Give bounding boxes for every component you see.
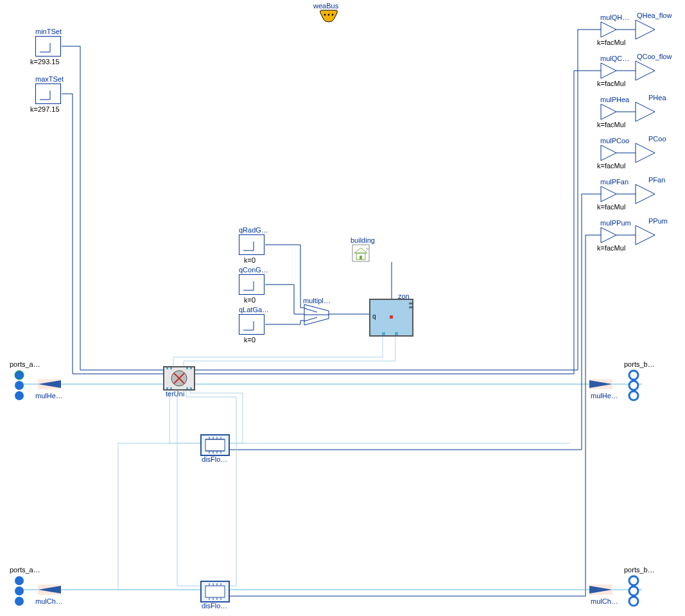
qConG-label: qConG… xyxy=(239,266,268,274)
multiplex-block[interactable] xyxy=(304,304,329,325)
PPum-out-label: PPum xyxy=(648,217,668,225)
zon-block[interactable]: q xyxy=(369,299,413,337)
svg-rect-38 xyxy=(205,439,225,451)
svg-point-50 xyxy=(629,586,638,595)
svg-rect-31 xyxy=(170,367,172,369)
ports-a2-label: ports_a… xyxy=(10,566,40,574)
svg-point-47 xyxy=(15,586,24,595)
ports-b1-label: ports_b… xyxy=(624,360,655,368)
mulPHea-k: k=facMul xyxy=(597,121,625,128)
multiplex-label: multipl… xyxy=(303,297,331,304)
mulQH-label: mulQH… xyxy=(600,13,629,21)
svg-rect-35 xyxy=(170,387,172,389)
disFloHea-block[interactable] xyxy=(200,434,230,456)
svg-rect-23 xyxy=(409,303,412,304)
mulPCoo-label: mulPCoo xyxy=(600,137,629,145)
svg-point-49 xyxy=(629,576,638,585)
qLatGa-label: qLatGa… xyxy=(239,306,269,313)
disFloCoo-label: disFlo… xyxy=(202,602,227,610)
svg-point-42 xyxy=(15,391,24,400)
svg-rect-21 xyxy=(360,256,362,260)
svg-rect-39 xyxy=(205,586,225,597)
qRadG-k: k=0 xyxy=(244,256,256,264)
mulCh-right-label: mulCh… xyxy=(591,597,618,605)
weabus-label: weaBus xyxy=(313,2,338,10)
mulCh-left-label: mulCh… xyxy=(35,597,63,605)
svg-point-51 xyxy=(629,597,638,606)
mulHe-left-label: mulHe… xyxy=(35,392,63,400)
svg-point-43 xyxy=(629,371,638,380)
mulPHea-label: mulPHea xyxy=(600,96,629,103)
svg-rect-30 xyxy=(166,367,168,369)
ports-a1-label: ports_a… xyxy=(10,360,40,368)
disFloHea-label: disFlo… xyxy=(202,455,227,463)
svg-rect-34 xyxy=(166,387,168,389)
bus-icon xyxy=(320,10,338,22)
qRadG-block[interactable] xyxy=(239,234,264,255)
terUni-block[interactable] xyxy=(163,366,195,391)
terUni-label: terUni xyxy=(166,390,184,398)
svg-point-45 xyxy=(629,391,638,400)
building-icon[interactable]: ? xyxy=(352,244,370,262)
mulQC-label: mulQC… xyxy=(600,55,629,62)
svg-point-10 xyxy=(324,14,326,16)
svg-rect-37 xyxy=(190,387,192,389)
svg-rect-25 xyxy=(382,332,385,335)
svg-text:?: ? xyxy=(366,247,369,252)
QCoo-out-label: QCoo_flow xyxy=(637,53,672,60)
mulPCoo-k: k=facMul xyxy=(597,162,625,170)
ports-a2-icon[interactable] xyxy=(13,576,25,606)
mulHe-right-label: mulHe… xyxy=(591,392,618,400)
svg-rect-24 xyxy=(409,306,412,308)
PHea-out-label: PHea xyxy=(648,94,666,101)
PPum-out-tri[interactable] xyxy=(636,225,685,322)
mulQH-k: k=facMul xyxy=(597,39,625,46)
svg-rect-26 xyxy=(395,332,398,335)
svg-rect-32 xyxy=(186,367,188,369)
svg-point-44 xyxy=(629,381,638,390)
mulPPum-k: k=facMul xyxy=(597,244,625,252)
qConG-block[interactable] xyxy=(239,274,264,295)
building-label: building xyxy=(351,236,375,244)
disFloCoo-block[interactable] xyxy=(200,581,230,603)
qConG-k: k=0 xyxy=(244,296,256,304)
svg-point-40 xyxy=(15,371,24,380)
svg-point-46 xyxy=(15,576,24,585)
mulPFan-label: mulPFan xyxy=(600,178,629,186)
PCoo-out-label: PCoo xyxy=(648,135,666,143)
ports-b2-icon[interactable] xyxy=(628,576,639,606)
PFan-out-label: PFan xyxy=(648,176,665,184)
QHea-out-label: QHea_flow xyxy=(637,12,672,19)
svg-point-12 xyxy=(332,14,334,16)
ports-b1-icon[interactable] xyxy=(628,370,639,401)
mulPPum-label: mulPPum xyxy=(600,219,631,227)
svg-point-48 xyxy=(15,597,24,606)
qLatGa-k: k=0 xyxy=(244,336,256,344)
ports-b2-label: ports_b… xyxy=(624,566,655,574)
svg-rect-33 xyxy=(190,367,192,369)
mulQC-k: k=facMul xyxy=(597,80,625,87)
svg-point-41 xyxy=(15,381,24,390)
qLatGa-block[interactable] xyxy=(239,314,264,335)
maxTSet-k: k=297.15 xyxy=(30,105,60,113)
mulPFan-k: k=facMul xyxy=(597,203,625,211)
ports-a1-icon[interactable] xyxy=(13,370,25,401)
svg-point-11 xyxy=(328,14,330,16)
svg-rect-36 xyxy=(186,387,188,389)
qRadG-label: qRadG… xyxy=(239,226,268,234)
